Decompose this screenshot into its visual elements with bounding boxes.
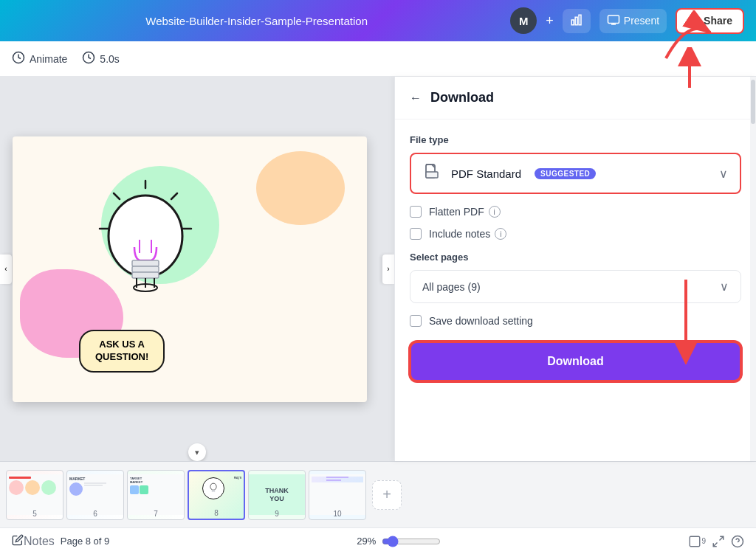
file-type-name: PDF Standard: [451, 167, 521, 180]
thumbnail-5[interactable]: 5: [6, 470, 63, 520]
analytics-button[interactable]: [563, 9, 591, 33]
svg-rect-27: [690, 536, 701, 547]
ask-btn-line2: QUESTION!: [95, 351, 148, 364]
duration-button[interactable]: 5.0s: [82, 51, 119, 66]
svg-rect-17: [132, 272, 159, 278]
save-setting-checkbox[interactable]: [410, 315, 422, 327]
back-icon: ←: [410, 91, 422, 105]
svg-rect-23: [426, 172, 438, 178]
thumbnail-9[interactable]: THANKYOU 9: [248, 470, 306, 520]
canvas-area: ‹: [0, 77, 394, 461]
animate-icon: [12, 51, 25, 66]
svg-rect-3: [608, 15, 619, 24]
add-slide-button[interactable]: +: [372, 480, 402, 510]
svg-rect-1: [575, 17, 577, 25]
notes-button[interactable]: Notes: [12, 534, 55, 549]
thumbnail-8-number: 8: [214, 509, 219, 517]
svg-line-28: [719, 536, 723, 540]
canvas-right-arrow[interactable]: ›: [382, 255, 394, 284]
canvas-left-arrow[interactable]: ‹: [0, 255, 12, 284]
file-type-label: File type: [410, 134, 741, 145]
pages-dropdown[interactable]: All pages (9) ∨: [410, 270, 741, 303]
thumbnail-5-number: 5: [32, 510, 37, 518]
present-button[interactable]: Present: [599, 9, 667, 33]
add-collaborator-button[interactable]: +: [546, 13, 554, 29]
thumbnail-strip: 5 MARKET 6 TARGETMARKET: [0, 461, 756, 527]
main-area: ‹: [0, 77, 756, 461]
svg-rect-26: [212, 491, 215, 491]
share-icon: [687, 14, 699, 28]
file-type-dropdown[interactable]: PDF Standard SUGGESTED ∨: [410, 153, 741, 194]
ask-button: ASK US A QUESTION!: [79, 330, 165, 373]
thumbnail-6[interactable]: MARKET 6: [66, 470, 124, 520]
suggested-badge: SUGGESTED: [535, 168, 596, 179]
collapse-panel-arrow[interactable]: ▾: [188, 443, 206, 461]
select-pages-label: Select pages: [410, 252, 741, 263]
page-count-badge: 9: [701, 537, 706, 545]
ask-btn-line1: ASK US A: [95, 339, 148, 351]
flatten-pdf-checkbox[interactable]: [410, 206, 422, 218]
download-panel: ← Download File type PDF Standard SUGGES…: [394, 77, 756, 461]
svg-rect-25: [212, 490, 215, 491]
bottom-right: 9: [688, 535, 744, 548]
file-type-left: PDF Standard SUGGESTED: [423, 163, 596, 184]
app-header: Website-Builder-Insider-Sample-Presentat…: [0, 0, 756, 41]
zoom-slider[interactable]: [382, 536, 441, 547]
clock-icon: [82, 51, 95, 66]
thumbnail-9-number: 9: [275, 510, 279, 518]
panel-scrollbar[interactable]: [750, 77, 756, 461]
thumbnail-7-number: 7: [154, 510, 158, 518]
share-button[interactable]: Share: [676, 8, 744, 34]
svg-rect-15: [132, 260, 159, 266]
pdf-icon: [423, 163, 444, 184]
page-count-button[interactable]: 9: [688, 535, 706, 548]
document-title: Website-Builder-Insider-Sample-Presentat…: [12, 15, 501, 27]
thank-you-text: THANKYOU: [265, 487, 289, 503]
bottom-left: Notes Page 8 of 9: [12, 534, 109, 549]
animate-label: Animate: [30, 53, 67, 65]
present-icon: [607, 13, 620, 29]
include-notes-row: Include notes i: [410, 228, 741, 240]
annotation-arrow-1: [667, 47, 712, 94]
avatar[interactable]: M: [510, 7, 537, 34]
page-info: Page 8 of 9: [61, 536, 110, 547]
bottom-center: 29%: [357, 536, 441, 547]
zoom-percent: 29%: [357, 536, 376, 547]
lightbulb-svg: [86, 173, 205, 321]
include-notes-label: Include notes i: [429, 228, 506, 240]
svg-point-24: [210, 483, 216, 490]
panel-scrollbar-thumb[interactable]: [751, 80, 755, 124]
include-notes-checkbox[interactable]: [410, 228, 422, 240]
save-setting-label: Save download setting: [429, 315, 533, 327]
toolbar: Animate 5.0s: [0, 41, 756, 77]
notes-label: Notes: [24, 535, 55, 548]
svg-rect-2: [579, 15, 581, 25]
svg-rect-0: [571, 20, 574, 25]
bar-chart-icon: [570, 13, 583, 29]
lightbulb-illustration: [72, 159, 219, 336]
flatten-pdf-info-icon[interactable]: i: [489, 206, 501, 218]
save-setting-row: Save download setting: [410, 315, 741, 327]
thumbnail-6-number: 6: [93, 510, 97, 518]
slide-decoration-peach: [256, 151, 345, 225]
panel-body: File type PDF Standard SUGGESTED ∨ Flatt…: [395, 120, 756, 461]
svg-line-9: [171, 193, 177, 199]
help-button[interactable]: [731, 535, 744, 548]
flatten-pdf-row: Flatten PDF i: [410, 206, 741, 218]
thumbnail-8[interactable]: FAQ'S 8: [188, 470, 245, 520]
include-notes-info-icon[interactable]: i: [495, 228, 506, 240]
thumbnail-7[interactable]: TARGETMARKET 7: [127, 470, 185, 520]
thumbnail-10-number: 10: [333, 510, 341, 518]
animate-button[interactable]: Animate: [12, 51, 67, 66]
download-button[interactable]: Download: [410, 342, 741, 381]
file-type-chevron-icon: ∨: [719, 167, 728, 181]
pages-chevron-icon: ∨: [720, 280, 729, 294]
svg-rect-16: [132, 266, 159, 272]
pages-value: All pages (9): [422, 281, 481, 293]
flatten-pdf-label: Flatten PDF i: [429, 206, 501, 218]
bottom-bar: Notes Page 8 of 9 29% 9: [0, 527, 756, 554]
svg-line-29: [713, 542, 717, 546]
panel-back-button[interactable]: ←: [410, 91, 422, 105]
fullscreen-button[interactable]: [712, 535, 725, 548]
thumbnail-10[interactable]: 10: [309, 470, 366, 520]
